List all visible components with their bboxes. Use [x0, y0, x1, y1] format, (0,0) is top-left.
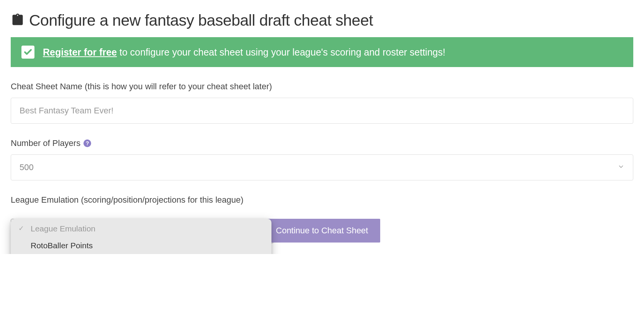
register-link[interactable]: Register for free [43, 47, 117, 57]
continue-button[interactable]: Continue to Cheat Sheet [264, 219, 381, 243]
num-players-label-text: Number of Players [11, 138, 80, 148]
dropdown-option[interactable]: RotoBaller Points [12, 237, 270, 254]
sheet-name-group: Cheat Sheet Name (this is how you will r… [11, 82, 633, 124]
sheet-name-input[interactable] [11, 98, 633, 124]
dropdown-option-placeholder: League Emulation [12, 220, 270, 237]
check-icon [21, 46, 34, 59]
register-alert: Register for free to configure your chea… [11, 37, 633, 67]
help-icon[interactable]: ? [83, 139, 91, 147]
clipboard-icon [11, 13, 25, 28]
alert-text: Register for free to configure your chea… [43, 47, 445, 58]
sheet-name-label: Cheat Sheet Name (this is how you will r… [11, 82, 633, 92]
chevron-down-icon [618, 162, 624, 172]
num-players-value: 500 [20, 162, 34, 172]
num-players-group: Number of Players ? 500 [11, 138, 633, 180]
league-emulation-dropdown: League Emulation RotoBaller Points RotoB… [11, 219, 271, 254]
num-players-select[interactable]: 500 [11, 154, 633, 180]
alert-message: to configure your cheat sheet using your… [117, 47, 445, 57]
page-title-row: Configure a new fantasy baseball draft c… [11, 11, 633, 30]
league-emulation-group: League Emulation (scoring/position/proje… [11, 195, 633, 243]
league-emulation-label: League Emulation (scoring/position/proje… [11, 195, 633, 205]
page-title: Configure a new fantasy baseball draft c… [29, 11, 373, 30]
num-players-label: Number of Players ? [11, 138, 633, 148]
